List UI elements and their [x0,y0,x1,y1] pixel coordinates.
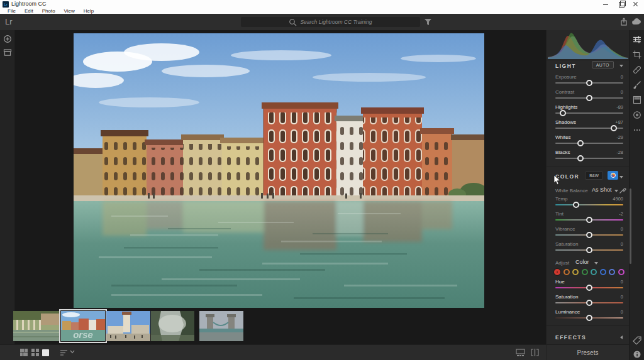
divider [547,325,630,326]
slider-saturation[interactable]: Saturation 0 [555,241,623,255]
chevron-down-icon [594,262,598,265]
search-icon [289,18,297,26]
slider-mixer-saturation[interactable]: Saturation 0 [555,294,623,308]
mouse-cursor [553,175,561,185]
filmstrip-thumb-5[interactable] [199,311,243,341]
crop-icon[interactable] [633,50,641,59]
filmstrip-thumb-4[interactable] [151,311,194,341]
color-mode-button[interactable] [608,171,618,180]
thumb-watermark: orse [73,329,93,340]
presets-button[interactable]: Presets [546,344,629,360]
luminance-knob[interactable] [586,315,592,321]
slider-contrast[interactable]: Contrast 0 [555,89,623,103]
adjust-mode-select[interactable]: Color [575,259,589,265]
more-tools-icon[interactable] [633,126,641,134]
photo-grid-view-icon[interactable] [19,348,28,357]
filmstrip-toggle-icon[interactable] [516,348,525,357]
contrast-knob[interactable] [586,95,592,101]
square-grid-view-icon[interactable] [31,348,40,357]
tint-knob[interactable] [586,217,592,223]
mixer-saturation-knob[interactable] [586,300,592,306]
menu-file[interactable]: File [3,8,20,14]
shadows-knob[interactable] [611,125,617,131]
histogram [548,31,628,59]
slider-tint[interactable]: Tint -2 [555,211,623,225]
info-icon[interactable] [633,350,641,359]
white-balance-row[interactable]: White Balance As Shot [555,187,626,195]
my-photos-icon[interactable] [3,48,12,57]
effects-section-header[interactable]: EFFECTS [555,334,586,341]
light-section-header[interactable]: LIGHT [555,63,576,69]
sort-icon[interactable] [60,348,75,357]
slider-highlights[interactable]: Highlights -89 [555,104,623,118]
slider-hue[interactable]: Hue 0 [555,279,623,293]
close-button[interactable] [629,0,643,8]
auto-button[interactable]: AUTO [592,61,614,68]
chevron-down-icon[interactable] [619,65,623,67]
slider-luminance[interactable]: Luminance 0 [555,309,623,323]
linear-gradient-icon[interactable] [633,95,641,104]
left-rail [0,30,15,344]
divider [547,166,630,166]
chevron-down-icon[interactable] [619,176,623,178]
before-after-compare-icon[interactable] [530,348,539,357]
mixer-swatch-6[interactable] [609,269,615,275]
slider-exposure[interactable]: Exposure 0 [555,74,623,88]
menu-photo[interactable]: Photo [38,8,60,14]
menu-view[interactable]: View [60,8,79,14]
color-mixer-swatches [554,269,625,275]
detail-view-icon-active[interactable] [42,349,49,356]
menu-help[interactable]: Help [79,8,98,14]
mixer-swatch-4[interactable] [591,269,597,275]
adjust-row: Adjust Color [555,259,626,268]
exposure-knob[interactable] [586,80,592,86]
keywords-tag-icon[interactable] [633,336,641,345]
filmstrip-thumb-3[interactable] [106,311,150,341]
vibrance-knob[interactable] [586,232,592,238]
brush-icon[interactable] [633,80,641,89]
bw-toggle-button[interactable]: B&W [585,172,603,180]
mixer-swatch-0[interactable] [554,269,560,275]
eyedropper-icon[interactable] [619,187,626,194]
menu-edit[interactable]: Edit [20,8,38,14]
whites-knob[interactable] [577,140,584,146]
blacks-knob[interactable] [577,155,584,161]
share-icon[interactable] [619,17,629,27]
mixer-swatch-7[interactable] [618,269,625,275]
highlights-knob[interactable] [560,110,566,116]
edit-sliders-icon[interactable] [633,35,641,44]
saturation-knob[interactable] [586,247,592,253]
filmstrip-thumb-1[interactable] [13,311,60,341]
main-photo[interactable] [74,33,484,308]
radial-gradient-icon[interactable] [633,111,641,119]
slider-temp[interactable]: Temp 4900 [555,196,623,210]
filmstrip-thumb-2-selected[interactable]: orse [61,311,105,341]
temp-knob[interactable] [573,202,579,208]
window-titlebar: Lr Lightroom CC [0,0,644,8]
search-input[interactable]: Search Lightroom CC Training [241,17,420,27]
healing-brush-icon[interactable] [633,65,641,74]
white-balance-select[interactable]: As Shot [592,187,612,193]
panel-scrollbar[interactable] [630,188,631,264]
edit-panel: LIGHT AUTO Exposure 0 Contrast 0 Highlig… [546,30,629,344]
slider-vibrance[interactable]: Vibrance 0 [555,226,623,240]
filter-icon[interactable] [423,17,433,27]
slider-shadows[interactable]: Shadows +87 [555,119,623,133]
mixer-swatch-2[interactable] [572,269,579,275]
cloud-sync-icon[interactable] [631,17,642,27]
mixer-swatch-5[interactable] [600,269,606,275]
minimize-button[interactable] [599,0,613,8]
mixer-swatch-1[interactable] [564,269,570,275]
slider-whites[interactable]: Whites -29 [555,134,623,148]
lightroom-app: Lr Lightroom CC File Edit Photo View Hel… [0,0,644,360]
mixer-swatch-3[interactable] [582,269,588,275]
add-photos-icon[interactable] [3,35,12,43]
app-icon: Lr [3,1,9,8]
lr-logo: Lr [5,17,13,26]
collapse-triangle-icon[interactable] [620,335,623,339]
hue-knob[interactable] [586,285,592,291]
restore-button[interactable] [614,0,628,8]
app-toolbar: Lr Search Lightroom CC Training [0,14,644,30]
slider-blacks[interactable]: Blacks -28 [555,150,623,163]
divider [547,60,630,60]
